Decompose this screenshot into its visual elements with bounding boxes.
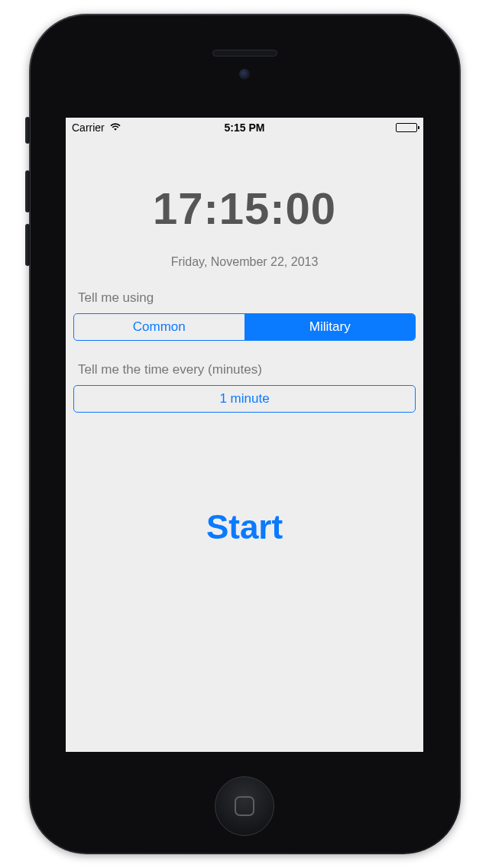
volume-down-button[interactable]	[25, 224, 30, 266]
power-button[interactable]	[25, 117, 30, 144]
interval-section-label: Tell me the time every (minutes)	[78, 362, 416, 377]
phone-device-frame: Carrier 5:15 PM 17:15:00 Frida	[29, 14, 461, 854]
app-content: 17:15:00 Friday, November 22, 2013 Tell …	[66, 183, 423, 546]
phone-body: Carrier 5:15 PM 17:15:00 Frida	[31, 15, 459, 853]
format-section-label: Tell me using	[78, 290, 416, 306]
home-button-icon	[235, 796, 254, 816]
volume-up-button[interactable]	[25, 170, 30, 212]
start-button[interactable]: Start	[73, 508, 416, 546]
format-segmented-control[interactable]: Common Military	[73, 313, 416, 341]
segment-common[interactable]: Common	[74, 314, 245, 340]
battery-icon	[396, 123, 417, 132]
wifi-icon	[109, 121, 121, 134]
earpiece-speaker	[212, 50, 277, 57]
interval-select[interactable]: 1 minute	[73, 385, 416, 413]
segment-military[interactable]: Military	[245, 314, 416, 340]
interval-value: 1 minute	[219, 391, 269, 406]
clock-date: Friday, November 22, 2013	[73, 255, 416, 269]
screen: Carrier 5:15 PM 17:15:00 Frida	[66, 118, 423, 752]
home-button[interactable]	[215, 776, 274, 836]
status-time: 5:15 PM	[187, 121, 303, 134]
status-bar: Carrier 5:15 PM	[66, 118, 423, 137]
clock-time: 17:15:00	[73, 183, 416, 234]
front-camera	[239, 69, 250, 79]
carrier-label: Carrier	[72, 121, 105, 134]
